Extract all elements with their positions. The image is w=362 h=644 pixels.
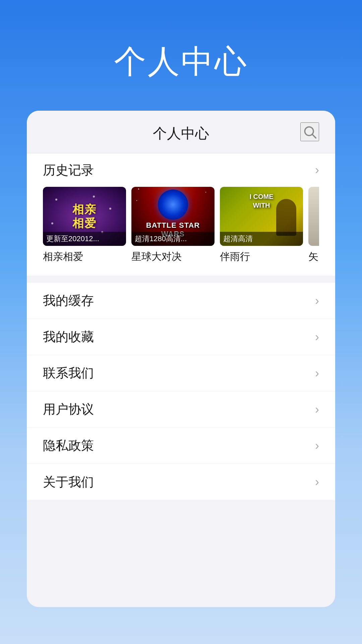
thumb-3-title: I COMEWITH — [249, 192, 273, 210]
video-title-xiangqin: 相亲相爱 — [43, 250, 126, 264]
video-item-xiangqin[interactable]: 相亲相爱 更新至202012... 相亲相爱 — [43, 187, 126, 264]
sparkle-4 — [93, 196, 95, 198]
video-title-battlestar: 星球大对决 — [131, 250, 215, 264]
video-title-icomewith: 伴雨行 — [220, 250, 303, 264]
menu-item-agreement[interactable]: 用户协议 › — [27, 391, 335, 428]
menu-label-about: 关于我们 — [43, 474, 94, 491]
menu-label-cache: 我的缓存 — [43, 292, 94, 309]
svg-line-1 — [312, 135, 316, 138]
video-thumb-partial — [308, 187, 319, 246]
video-badge-xiangqin: 更新至202012... — [43, 232, 126, 246]
history-scroll: 相亲相爱 更新至202012... 相亲相爱 — [43, 187, 319, 264]
history-section: 历史记录 › — [27, 153, 335, 276]
video-badge-battlestar: 超清1280高清... — [131, 232, 215, 246]
video-item-partial[interactable]: 矢 — [308, 187, 319, 264]
chevron-contact-icon: › — [315, 366, 319, 380]
figure-silhouette — [276, 199, 296, 236]
history-chevron-icon: › — [315, 163, 319, 177]
menu-item-favorite[interactable]: 我的收藏 › — [27, 319, 335, 355]
chevron-agreement-icon: › — [315, 402, 319, 417]
menu-label-agreement: 用户协议 — [43, 401, 94, 418]
page-title-area: 个人中心 — [0, 0, 362, 111]
page-bg-title: 个人中心 — [0, 40, 362, 84]
main-card: 个人中心 历史记录 › — [27, 111, 335, 607]
menu-label-favorite: 我的收藏 — [43, 328, 94, 345]
menu-item-privacy[interactable]: 隐私政策 › — [27, 428, 335, 464]
video-thumb-icomewith: I COMEWITH 超清高清 — [220, 187, 303, 246]
chevron-privacy-icon: › — [315, 439, 319, 453]
sparkle-3 — [51, 222, 53, 224]
video-item-icomewith[interactable]: I COMEWITH 超清高清 伴雨行 — [220, 187, 303, 264]
chevron-about-icon: › — [315, 475, 319, 489]
video-title-partial: 矢 — [308, 250, 319, 264]
history-row[interactable]: 历史记录 › — [43, 153, 319, 187]
sparkle-1 — [55, 199, 57, 201]
menu-item-cache[interactable]: 我的缓存 › — [27, 283, 335, 319]
chevron-cache-icon: › — [315, 294, 319, 308]
sparkle-2 — [109, 208, 111, 210]
search-icon — [302, 124, 317, 139]
chevron-favorite-icon: › — [315, 330, 319, 344]
video-thumb-battlestar: BATTLE STARWARS 超清1280高清... — [131, 187, 215, 246]
menu-item-about[interactable]: 关于我们 › — [27, 464, 335, 500]
history-label: 历史记录 — [43, 162, 94, 179]
menu-section: 我的缓存 › 我的收藏 › 联系我们 › 用户协议 › 隐私政策 › 关于我们 … — [27, 283, 335, 500]
menu-label-contact: 联系我们 — [43, 365, 94, 382]
menu-item-contact[interactable]: 联系我们 › — [27, 355, 335, 391]
search-button[interactable] — [300, 122, 319, 141]
video-item-battlestar[interactable]: BATTLE STARWARS 超清1280高清... 星球大对决 — [131, 187, 215, 264]
video-thumb-xiangqin: 相亲相爱 更新至202012... — [43, 187, 126, 246]
thumb-1-text: 相亲相爱 — [72, 203, 97, 230]
video-badge-icomewith: 超清高清 — [220, 232, 303, 246]
card-header-title: 个人中心 — [153, 124, 209, 143]
card-header: 个人中心 — [27, 111, 335, 153]
planet-decoration — [158, 190, 188, 220]
menu-label-privacy: 隐私政策 — [43, 437, 94, 454]
